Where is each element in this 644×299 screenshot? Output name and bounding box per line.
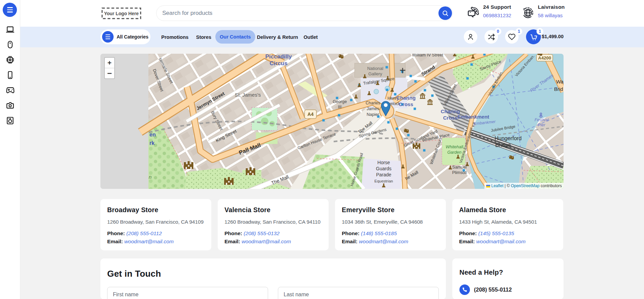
- svg-text:George: George: [333, 99, 347, 104]
- svg-text:National: National: [367, 66, 383, 71]
- svg-text:Pier: Pier: [538, 123, 545, 127]
- svg-text:St. James's: St. James's: [235, 92, 261, 98]
- svg-text:rk: rk: [149, 140, 154, 146]
- svg-text:Cross: Cross: [399, 101, 413, 107]
- svg-text:Napier: Napier: [367, 112, 379, 117]
- svg-text:Circus: Circus: [270, 60, 288, 67]
- svg-text:Hungerford: Hungerford: [495, 135, 522, 141]
- svg-text:n: n: [149, 174, 151, 180]
- svg-text:Piccadilly: Piccadilly: [265, 54, 292, 60]
- svg-text:Charing: Charing: [441, 108, 460, 114]
- svg-text:III: III: [338, 105, 341, 109]
- svg-text:Garden: Garden: [447, 150, 461, 155]
- svg-text:William IV Street: William IV Street: [412, 54, 444, 57]
- svg-text:Equestrian: Equestrian: [375, 179, 393, 183]
- svg-text:Bridge: Bridge: [495, 142, 511, 148]
- svg-text:Plimsoll: Plimsoll: [452, 170, 467, 175]
- svg-text:A4200: A4200: [538, 55, 551, 60]
- svg-text:Your Logo Here: Your Logo Here: [104, 11, 139, 16]
- svg-text:Horse: Horse: [377, 160, 390, 165]
- svg-text:Parade: Parade: [376, 172, 391, 177]
- svg-text:Cross: Cross: [443, 115, 458, 121]
- svg-text:Charles: Charles: [365, 101, 380, 105]
- svg-text:James: James: [367, 106, 379, 111]
- svg-text:Gallery: Gallery: [368, 71, 382, 76]
- svg-text:Samuel: Samuel: [452, 165, 467, 170]
- svg-text:Guards: Guards: [376, 166, 391, 171]
- svg-text:Festival: Festival: [534, 118, 549, 122]
- svg-text:Water: Water: [556, 79, 564, 84]
- svg-text:Embankment: Embankment: [457, 114, 489, 120]
- svg-text:Whitehall: Whitehall: [446, 145, 463, 149]
- svg-text:en: en: [149, 132, 156, 138]
- svg-text:Brid: Brid: [554, 86, 563, 92]
- svg-text:A4: A4: [308, 111, 314, 117]
- svg-text:Charing: Charing: [397, 95, 416, 101]
